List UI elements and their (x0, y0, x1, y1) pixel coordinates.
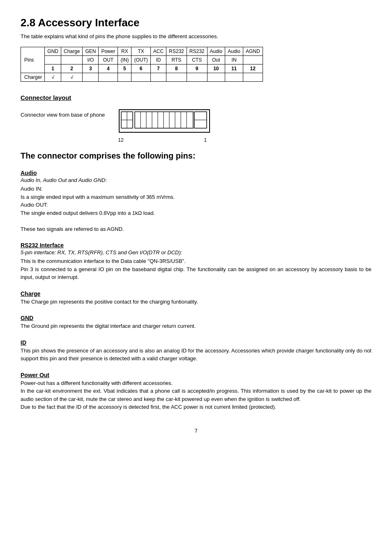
intro-text: The table explains what kind of pins the… (21, 33, 371, 39)
section-id: IDThis pin shows the presence of an acce… (21, 339, 371, 363)
connector-layout-title: Connector layout (21, 94, 371, 101)
section-charge: ChargeThe Charge pin represents the posi… (21, 290, 371, 306)
pins-table: Pins GND Charge GEN Power RX TX ACC RS23… (21, 47, 263, 82)
section-rs232: RS232 Interface5-pin interface: RX, TX, … (21, 242, 371, 281)
connector-view-label: Connector view from base of phone (21, 112, 105, 118)
section-heading-powerout: Power Out (21, 372, 371, 378)
section-subheading-audio: Audio In, Audio Out and Audio GND: (21, 177, 371, 183)
connector-diagram: 12 1 (117, 108, 212, 143)
sections-container: AudioAudio In, Audio Out and Audio GND:A… (21, 170, 371, 411)
connector-num-right: 1 (204, 137, 207, 143)
section-body-rs232: This is the communication interface to t… (21, 257, 371, 281)
section-body-powerout: Power-out has a different functionality … (21, 379, 371, 411)
connector-numbers: 12 1 (117, 137, 208, 143)
connector-num-left: 12 (118, 137, 123, 143)
section-subheading-rs232: 5-pin interface: RX, TX, RTS(RFR), CTS a… (21, 249, 371, 256)
connector-view-row: Connector view from base of phone (21, 108, 371, 143)
section-heading-rs232: RS232 Interface (21, 242, 371, 249)
section-heading-audio: Audio (21, 170, 371, 176)
big-heading: The connector comprises the following pi… (21, 151, 371, 161)
section-body-audio: Audio IN:Is a single ended input with a … (21, 185, 371, 233)
section-body-charge: The Charge pin represents the positive c… (21, 298, 371, 306)
section-body-id: This pin shows the presence of an access… (21, 347, 371, 363)
page-title: 2.8 Accessory Interface (21, 16, 371, 29)
svg-rect-3 (135, 112, 193, 128)
section-heading-gnd: GND (21, 315, 371, 321)
section-heading-id: ID (21, 339, 371, 346)
section-powerout: Power OutPower-out has a different funct… (21, 372, 371, 411)
section-body-gnd: The Ground pin represents the digital in… (21, 322, 371, 330)
connector-layout-section: Connector layout Connector view from bas… (21, 94, 371, 143)
section-gnd: GNDThe Ground pin represents the digital… (21, 315, 371, 330)
connector-svg (117, 108, 212, 136)
page-number: 7 (21, 428, 371, 434)
section-heading-charge: Charge (21, 290, 371, 297)
section-audio: AudioAudio In, Audio Out and Audio GND:A… (21, 170, 371, 233)
